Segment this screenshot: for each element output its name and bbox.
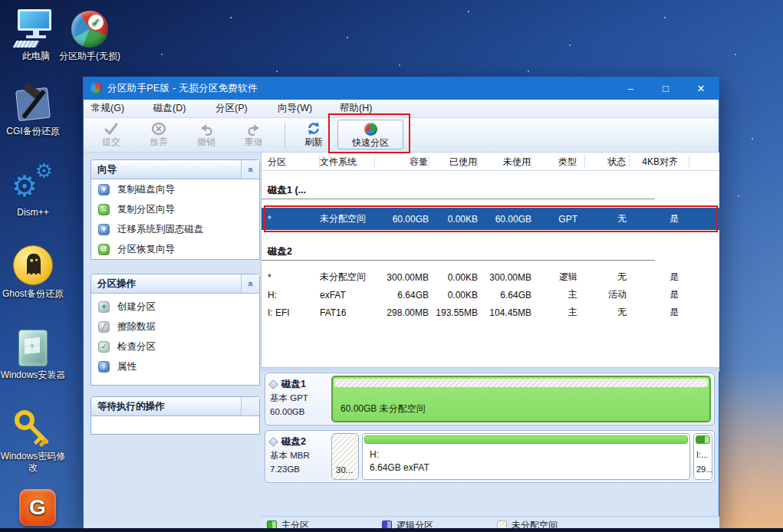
menu-general[interactable]: 常规(G): [91, 102, 153, 115]
desktop-icon-label: Windows密码修改: [0, 451, 66, 474]
desktop-icon-label: Dism++: [0, 207, 66, 218]
partition-assistant-icon: ✓: [71, 11, 108, 48]
desktop-icon-label: Windows安装器: [0, 369, 66, 381]
menu-partition[interactable]: 分区(P): [215, 102, 278, 115]
table-row-disk1-unallocated[interactable]: * 未分配空间 60.00GB 0.00KB 60.00GB GPT 无 是: [262, 208, 719, 230]
commit-button[interactable]: 提交: [88, 120, 134, 151]
eraser-icon: ╱: [98, 321, 110, 333]
sidebar-item-migrate-os-ssd[interactable]: ▼ 迁移系统到固态磁盘: [91, 219, 259, 239]
toolbar: 提交 放弃 撤销 重做 刷新 快速分区: [84, 118, 719, 153]
table-row-disk2-unallocated[interactable]: * 未分配空间 300.00MB 0.00KB 300.00MB 逻辑 无 是: [262, 268, 719, 286]
quick-partition-pie-icon: [364, 123, 377, 136]
discard-button[interactable]: 放弃: [136, 120, 182, 151]
disk2-i-efi-block[interactable]: I:... 29...: [693, 433, 712, 480]
pending-ops-empty-list: [91, 416, 259, 433]
menu-wizard[interactable]: 向导(W): [278, 102, 340, 115]
desktop-icon-partition-assistant[interactable]: ✓ 分区助手(无损): [57, 6, 123, 62]
disk2-map: 磁盘2 基本 MBR 7.23GB 30... H: 6.64GB exFAT …: [265, 430, 715, 483]
partition-assistant-window: 分区助手PE版 - 无损分区免费软件 – □ ✕ 常规(G) 磁盘(D) 分区(…: [83, 77, 719, 532]
col-unused[interactable]: 未使用: [478, 155, 531, 169]
quick-partition-button[interactable]: 快速分区: [337, 120, 403, 149]
undo-button[interactable]: 撤销: [183, 120, 229, 151]
sidebar-item-partition-recovery-wizard[interactable]: ↺ 分区恢复向导: [91, 239, 259, 259]
desktop-icon-label: CGI备份还原: [0, 126, 66, 137]
sidebar-item-copy-partition-wizard[interactable]: → 复制分区向导: [91, 199, 259, 219]
wizard-panel: 向导 « ▼ 复制磁盘向导 → 复制分区向导 ▼ 迁移系统到固态磁盘 ↺ 分区恢…: [90, 159, 260, 260]
desktop-icon-label: Ghost备份还原: [0, 288, 66, 300]
desktop-icon-diskgenius[interactable]: G 分区工具: [5, 484, 71, 532]
refresh-button[interactable]: 刷新: [292, 120, 335, 151]
undo-icon: [183, 120, 229, 136]
computer-icon: [18, 9, 54, 48]
pending-ops-panel-header[interactable]: 等待执行的操作: [91, 397, 259, 416]
arrow-down-icon: ▼: [98, 224, 110, 235]
recycle-icon: ↺: [98, 244, 110, 255]
check-icon: ✓: [98, 341, 110, 353]
minimize-button[interactable]: –: [613, 77, 648, 100]
sidebar-item-properties[interactable]: i 属性: [91, 356, 259, 376]
desktop-icon-windows-installer[interactable]: Windows安装器: [0, 325, 66, 381]
splitter-handle[interactable]: ·· ·· ··: [261, 367, 719, 372]
disk2-info: 磁盘2 基本 MBR 7.23GB: [270, 435, 331, 477]
discard-icon: [136, 120, 182, 136]
desktop-icon-dism[interactable]: ⚙⚙ Dism++: [0, 163, 66, 218]
sidebar-item-create-partition[interactable]: + 创建分区: [91, 297, 259, 317]
pending-ops-panel: 等待执行的操作: [90, 396, 260, 435]
col-4kb-aligned[interactable]: 4KB对齐: [630, 155, 689, 169]
col-used[interactable]: 已使用: [429, 155, 478, 169]
col-type[interactable]: 类型: [531, 155, 585, 169]
ghost-icon: [13, 245, 53, 285]
diskgenius-icon: G: [19, 489, 56, 526]
col-status[interactable]: 状态: [585, 155, 630, 169]
collapse-chevron-icon[interactable]: [241, 397, 259, 415]
disk2-group-label: 磁盘2: [262, 242, 655, 261]
col-partition[interactable]: 分区: [262, 155, 320, 169]
disk2-h-partition-block[interactable]: H: 6.64GB exFAT: [362, 433, 690, 480]
col-capacity[interactable]: 容量: [375, 155, 429, 169]
disk1-unallocated-block[interactable]: 60.00GB 未分配空间: [331, 376, 711, 422]
sidebar-item-wipe-data[interactable]: ╱ 擦除数据: [91, 317, 259, 337]
hammer-icon: [14, 83, 52, 123]
window-title: 分区助手PE版 - 无损分区免费软件: [107, 82, 258, 95]
desktop-icon-windows-password[interactable]: Windows密码修改: [0, 406, 66, 474]
desktop-icon-cgi-backup[interactable]: CGI备份还原: [0, 81, 66, 137]
desktop-icon-label: 分区助手(无损): [57, 51, 123, 62]
plus-icon: +: [98, 301, 110, 313]
maximize-button[interactable]: □: [648, 77, 683, 100]
desktop-icon-ghost-backup[interactable]: Ghost备份还原: [0, 244, 66, 300]
col-filesystem[interactable]: 文件系统: [320, 155, 375, 169]
table-header: 分区 文件系统 容量 已使用 未使用 类型 状态 4KB对齐: [262, 153, 719, 171]
toolbar-separator: [285, 123, 285, 149]
key-icon: [12, 408, 54, 448]
sky-stars: [0, 0, 2, 2]
free-space-strip: [364, 435, 688, 444]
app-pie-icon: [90, 83, 102, 94]
sidebar-item-check-partition[interactable]: ✓ 检查分区: [91, 337, 259, 356]
disk2-unallocated-block[interactable]: 30...: [331, 433, 359, 480]
redo-button[interactable]: 重做: [231, 120, 277, 151]
arrow-right-icon: →: [98, 204, 110, 215]
taskbar-edge: [0, 528, 783, 532]
disk1-group-label: 磁盘1 (...: [262, 181, 655, 199]
disk-icon: [268, 379, 278, 389]
menubar: 常规(G) 磁盘(D) 分区(P) 向导(W) 帮助(H): [84, 100, 719, 118]
titlebar[interactable]: 分区助手PE版 - 无损分区免费软件 – □ ✕: [84, 77, 719, 100]
table-row-disk2-i-efi[interactable]: I: EFI FAT16 298.00MB 193.55MB 104.45MB …: [262, 304, 719, 321]
close-button[interactable]: ✕: [683, 77, 719, 100]
table-row-disk2-h[interactable]: H: exFAT 6.64GB 0.00KB 6.64GB 主 活动 是: [262, 286, 719, 304]
arrow-down-icon: ▼: [98, 184, 110, 195]
collapse-chevron-icon[interactable]: «: [241, 160, 259, 179]
refresh-icon: [292, 120, 335, 136]
gears-icon: ⚙⚙: [13, 163, 53, 204]
menu-disk[interactable]: 磁盘(D): [153, 102, 215, 115]
menu-help[interactable]: 帮助(H): [340, 102, 402, 115]
wizard-panel-header[interactable]: 向导 «: [91, 160, 259, 179]
partition-ops-panel-header[interactable]: 分区操作 «: [91, 274, 259, 294]
info-icon: i: [98, 361, 110, 373]
partition-table: 分区 文件系统 容量 已使用 未使用 类型 状态 4KB对齐 磁盘1 (... …: [261, 153, 719, 367]
sidebar-item-copy-disk-wizard[interactable]: ▼ 复制磁盘向导: [91, 179, 259, 199]
redo-icon: [231, 120, 277, 136]
disk1-map: 磁盘1 基本 GPT 60.00GB 60.00GB 未分配空间: [265, 373, 715, 425]
partition-ops-panel: 分区操作 « + 创建分区 ╱ 擦除数据 ✓ 检查分区 i 属性: [90, 274, 260, 386]
collapse-chevron-icon[interactable]: «: [241, 274, 259, 293]
